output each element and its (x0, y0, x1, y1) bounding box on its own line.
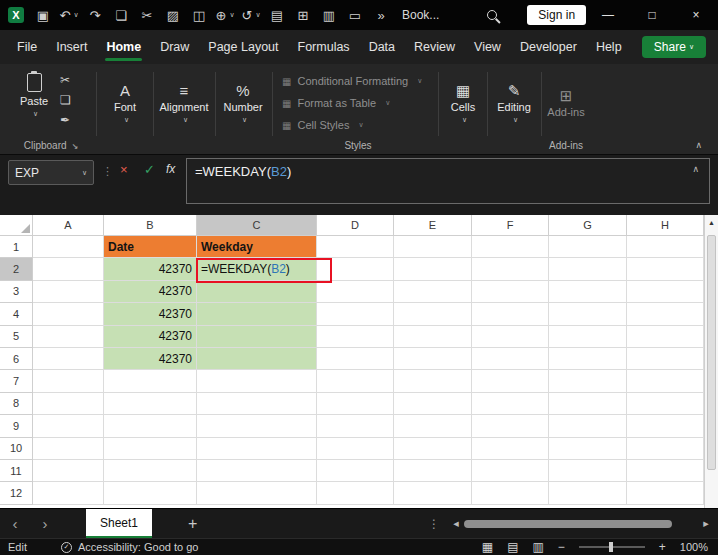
cell-A4[interactable] (33, 303, 104, 325)
print-icon[interactable]: ▤ (264, 8, 290, 23)
cell-H10[interactable] (627, 438, 704, 460)
cell-E4[interactable] (394, 303, 472, 325)
search-icon[interactable] (487, 10, 497, 20)
row-header-12[interactable]: 12 (0, 482, 33, 504)
conditional-formatting-button[interactable]: ▦ Conditional Formatting ∨ (282, 70, 434, 92)
tab-view[interactable]: View (471, 30, 504, 64)
minimize-button[interactable]: — (586, 0, 630, 30)
cell-A7[interactable] (33, 370, 104, 392)
cell-F12[interactable] (472, 482, 549, 504)
sheet-nav-left-icon[interactable]: ‹ (0, 515, 30, 532)
column-header-A[interactable]: A (33, 215, 104, 236)
cell-B5[interactable]: 42370 (104, 326, 197, 348)
cell-C8[interactable] (197, 393, 317, 415)
sheet-options-icon[interactable]: ⋮ (428, 517, 440, 531)
cell-C7[interactable] (197, 370, 317, 392)
cell-C9[interactable] (197, 415, 317, 437)
tab-review[interactable]: Review (411, 30, 458, 64)
vertical-scrollbar[interactable]: ▲ (704, 215, 718, 508)
page-break-view-button[interactable]: ▥ (532, 540, 543, 554)
row-header-9[interactable]: 9 (0, 415, 33, 437)
cell-G7[interactable] (549, 370, 627, 392)
maximize-button[interactable]: □ (630, 0, 674, 30)
format-painter-button[interactable]: ✒ (60, 114, 71, 126)
overflow-icon[interactable]: » (368, 8, 394, 23)
cell-A11[interactable] (33, 460, 104, 482)
cell-C2[interactable]: =WEEKDAY(B2) (197, 258, 317, 280)
cell-D8[interactable] (317, 393, 394, 415)
cell-F11[interactable] (472, 460, 549, 482)
cell-B7[interactable] (104, 370, 197, 392)
cell-B3[interactable]: 42370 (104, 281, 197, 303)
enter-entry-button[interactable]: ✓ (144, 162, 155, 177)
cell-A2[interactable] (33, 258, 104, 280)
cell-H6[interactable] (627, 348, 704, 370)
name-box[interactable]: EXP ∨ (8, 160, 94, 185)
tab-developer[interactable]: Developer (517, 30, 580, 64)
cut-button[interactable]: ✂ (60, 74, 71, 86)
sheet-nav-right-icon[interactable]: › (30, 515, 60, 532)
paste-button[interactable]: Paste ∨ (12, 70, 56, 136)
row-header-5[interactable]: 5 (0, 326, 33, 348)
tab-formulas[interactable]: Formulas (295, 30, 353, 64)
cell-H3[interactable] (627, 281, 704, 303)
tab-draw[interactable]: Draw (157, 30, 192, 64)
cell-E3[interactable] (394, 281, 472, 303)
column-header-H[interactable]: H (627, 215, 704, 236)
cell-F6[interactable] (472, 348, 549, 370)
tab-page-layout[interactable]: Page Layout (205, 30, 281, 64)
zoom-slider-thumb[interactable] (609, 542, 613, 552)
row-header-2[interactable]: 2 (0, 258, 33, 280)
tab-data[interactable]: Data (366, 30, 398, 64)
collapse-formula-bar-icon[interactable]: ∧ (692, 164, 699, 174)
accessibility-status[interactable]: Accessibility: Good to go (78, 541, 198, 553)
close-button[interactable]: × (674, 0, 718, 30)
tab-help[interactable]: Help (593, 30, 625, 64)
cell-G6[interactable] (549, 348, 627, 370)
cell-E7[interactable] (394, 370, 472, 392)
row-header-3[interactable]: 3 (0, 281, 33, 303)
column-header-C[interactable]: C (197, 215, 317, 236)
zoom-in-button[interactable]: + (659, 540, 666, 554)
cell-D2[interactable] (317, 258, 394, 280)
cell-B11[interactable] (104, 460, 197, 482)
cell-E9[interactable] (394, 415, 472, 437)
hscroll-thumb[interactable] (464, 520, 672, 528)
undo-history-icon[interactable]: ↺∨ (238, 8, 264, 23)
add-ins-button[interactable]: ⊞ Add-ins (544, 72, 588, 134)
cell-G8[interactable] (549, 393, 627, 415)
camera-icon[interactable]: ▥ (316, 8, 342, 23)
link-icon[interactable]: ⊕∨ (212, 8, 238, 23)
cell-C11[interactable] (197, 460, 317, 482)
horizontal-scrollbar[interactable]: ◂ ▸ (450, 517, 712, 530)
cell-C6[interactable] (197, 348, 317, 370)
cell-F5[interactable] (472, 326, 549, 348)
cell-styles-button[interactable]: ▦ Cell Styles ∨ (282, 114, 434, 136)
cell-D11[interactable] (317, 460, 394, 482)
cell-A1[interactable] (33, 236, 104, 258)
cell-H4[interactable] (627, 303, 704, 325)
tab-home[interactable]: Home (103, 30, 144, 64)
redo-icon[interactable]: ↷ (82, 8, 108, 23)
normal-view-button[interactable]: ▦ (482, 540, 493, 554)
cell-B6[interactable]: 42370 (104, 348, 197, 370)
hscroll-right-icon[interactable]: ▸ (700, 517, 712, 530)
row-header-1[interactable]: 1 (0, 236, 33, 258)
cell-G3[interactable] (549, 281, 627, 303)
cell-G9[interactable] (549, 415, 627, 437)
cell-B4[interactable]: 42370 (104, 303, 197, 325)
cell-G11[interactable] (549, 460, 627, 482)
scroll-up-icon[interactable]: ▲ (705, 215, 718, 226)
tab-insert[interactable]: Insert (53, 30, 90, 64)
cell-B9[interactable] (104, 415, 197, 437)
save-icon[interactable]: ▣ (30, 8, 56, 23)
cells-group-button[interactable]: ▦ Cells ∨ (442, 72, 484, 134)
cell-A9[interactable] (33, 415, 104, 437)
cut-icon[interactable]: ✂ (134, 8, 160, 23)
undo-icon[interactable]: ↶∨ (56, 8, 82, 23)
cell-F3[interactable] (472, 281, 549, 303)
picture-icon[interactable]: ▨ (160, 8, 186, 23)
insert-function-button[interactable]: fx (166, 162, 175, 176)
new-sheet-button[interactable]: + (188, 515, 197, 533)
formula-input[interactable]: =WEEKDAY(B2) ∧ (186, 158, 710, 204)
